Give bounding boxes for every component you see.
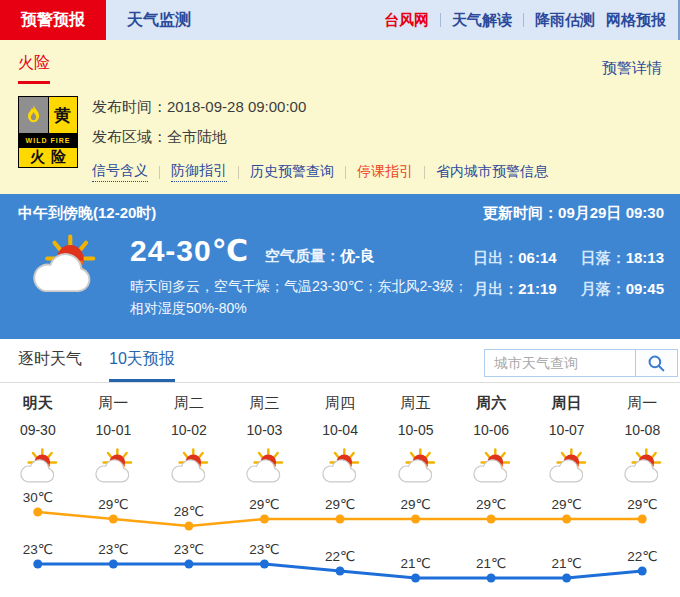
forecast-day-label: 周五 xyxy=(378,394,454,413)
forecast-section: 逐时天气 10天预报 明天09-30 周一10-01 xyxy=(0,339,680,596)
low-temp-point xyxy=(336,567,345,576)
nav-link-rain-estimate[interactable]: 降雨估测 xyxy=(535,11,595,30)
sun-moon-times: 日出：06:14 日落：18:13 月出：21:19 月落：09:45 xyxy=(473,249,664,299)
nav-link-grid-forecast[interactable]: 网格预报 xyxy=(606,11,666,30)
sunset: 日落：18:13 xyxy=(581,249,664,268)
partly-cloudy-icon xyxy=(393,447,439,485)
forecast-date-label: 10-01 xyxy=(76,422,152,438)
forecast-day-label: 周一 xyxy=(76,394,152,413)
badge-type-cn: 火险 xyxy=(19,148,77,167)
nav-tab-warning-forecast[interactable]: 预警预报 xyxy=(0,0,106,40)
nav-tab-weather-monitor[interactable]: 天气监测 xyxy=(106,0,212,40)
badge-type-en: WILD FIRE xyxy=(19,134,77,147)
tab-hourly-weather[interactable]: 逐时天气 xyxy=(18,349,82,382)
link-history-warning-query[interactable]: 历史预警查询 xyxy=(250,163,334,181)
warning-section: 火险 预警详情 黄 WILD FIRE 火险 发布时间：2018- xyxy=(0,40,680,194)
forecast-day-label: 周四 xyxy=(302,394,378,413)
forecast-date-label: 10-03 xyxy=(227,422,303,438)
forecast-column: 周一10-08 xyxy=(605,394,680,489)
high-temp-point xyxy=(638,515,647,524)
partly-cloudy-icon xyxy=(619,447,665,485)
low-temp-label: 23℃ xyxy=(98,542,128,557)
high-temp-label: 29℃ xyxy=(249,497,279,512)
nav-link-typhoon[interactable]: 台风网 xyxy=(384,11,429,30)
high-temp-point xyxy=(487,515,496,524)
link-class-suspension-guide[interactable]: 停课指引 xyxy=(357,163,413,181)
forecast-column: 周四10-04 xyxy=(302,394,378,489)
forecast-date-label: 10-06 xyxy=(453,422,529,438)
low-temp-point xyxy=(260,560,269,569)
divider xyxy=(345,166,346,179)
publish-area-label: 发布区域： xyxy=(92,128,167,145)
nav-link-weather-interpretation[interactable]: 天气解读 xyxy=(452,11,512,30)
tab-10day-forecast[interactable]: 10天预报 xyxy=(109,349,175,382)
forecast-day-label: 明天 xyxy=(0,394,76,413)
fire-warning-badge-icon: 黄 WILD FIRE 火险 xyxy=(18,96,78,168)
link-province-city-warnings[interactable]: 省内城市预警信息 xyxy=(436,163,548,181)
warning-links: 信号含义 防御指引 历史预警查询 停课指引 省内城市预警信息 xyxy=(92,162,548,182)
high-temp-label: 29℃ xyxy=(552,497,582,512)
low-temp-label: 22℃ xyxy=(325,549,355,564)
city-search-input[interactable] xyxy=(484,349,636,377)
warning-body: 黄 WILD FIRE 火险 发布时间：2018-09-28 09:00:00 … xyxy=(18,96,662,182)
current-weather-panel: 中午到傍晚(12-20时) 更新时间：09月29日 09:30 24-30℃ 空… xyxy=(0,194,680,339)
low-temp-label: 23℃ xyxy=(23,542,53,557)
warning-info: 发布时间：2018-09-28 09:00:00 发布区域：全市陆地 信号含义 … xyxy=(92,96,548,182)
partly-cloudy-icon xyxy=(241,447,287,485)
sunrise: 日出：06:14 xyxy=(473,249,556,268)
publish-time-label: 发布时间： xyxy=(92,98,167,115)
forecast-day-label: 周一 xyxy=(605,394,680,413)
low-temp-point xyxy=(638,567,647,576)
weather-description: 晴天间多云，空气干燥；气温23-30℃；东北风2-3级；相对湿度50%-80% xyxy=(130,275,472,319)
warning-category-tab-fire-risk[interactable]: 火险 xyxy=(18,53,50,84)
low-temp-point xyxy=(487,574,496,583)
publish-time-row: 发布时间：2018-09-28 09:00:00 xyxy=(92,98,548,117)
warning-bar: 火险 预警详情 xyxy=(18,40,662,84)
partly-cloudy-icon xyxy=(468,447,514,485)
flame-icon xyxy=(19,97,48,133)
forecast-period-title: 中午到傍晚(12-20时) xyxy=(18,204,156,223)
high-temp-label: 29℃ xyxy=(476,497,506,512)
low-temp-label: 22℃ xyxy=(627,549,657,564)
high-temp-point xyxy=(336,515,345,524)
divider xyxy=(238,166,239,179)
forecast-column: 明天09-30 xyxy=(0,394,76,489)
low-temp-label: 23℃ xyxy=(174,542,204,557)
forecast-day-label: 周二 xyxy=(151,394,227,413)
nav-links: 台风网 天气解读 降雨估测 网格预报 xyxy=(384,0,678,40)
weather-widget: 预警预报 天气监测 台风网 天气解读 降雨估测 网格预报 火险 预警详情 xyxy=(0,0,680,596)
forecast-date-label: 10-08 xyxy=(605,422,680,438)
high-temp-point xyxy=(562,515,571,524)
high-temp-point xyxy=(260,515,269,524)
divider xyxy=(440,13,441,27)
high-temp-label: 29℃ xyxy=(98,497,128,512)
partly-cloudy-icon xyxy=(544,447,590,485)
link-defense-guide[interactable]: 防御指引 xyxy=(171,162,227,182)
link-signal-meaning[interactable]: 信号含义 xyxy=(92,162,148,182)
forecast-date-label: 09-30 xyxy=(0,422,76,438)
forecast-date-label: 10-05 xyxy=(378,422,454,438)
low-temp-label: 21℃ xyxy=(400,556,430,571)
low-temp-label: 21℃ xyxy=(476,556,506,571)
forecast-day-label: 周日 xyxy=(529,394,605,413)
high-temp-label: 28℃ xyxy=(174,504,204,519)
low-temp-point xyxy=(411,574,420,583)
divider xyxy=(159,166,160,179)
warning-details-link[interactable]: 预警详情 xyxy=(602,59,662,78)
low-temp-point xyxy=(562,574,571,583)
low-temp-point xyxy=(109,560,118,569)
high-temp-point xyxy=(33,508,42,517)
low-temp-point xyxy=(184,560,193,569)
low-temp-point xyxy=(33,560,42,569)
high-temp-label: 30℃ xyxy=(23,490,53,505)
low-temp-label: 23℃ xyxy=(249,542,279,557)
forecast-date-label: 10-04 xyxy=(302,422,378,438)
partly-cloudy-icon xyxy=(15,447,61,485)
update-time: 更新时间：09月29日 09:30 xyxy=(483,204,664,223)
forecast-day-label: 周六 xyxy=(453,394,529,413)
forecast-date-label: 10-07 xyxy=(529,422,605,438)
publish-area-value: 全市陆地 xyxy=(167,128,227,145)
moonrise: 月出：21:19 xyxy=(473,280,556,299)
search-button[interactable] xyxy=(636,349,678,377)
badge-level-char: 黄 xyxy=(49,97,78,133)
